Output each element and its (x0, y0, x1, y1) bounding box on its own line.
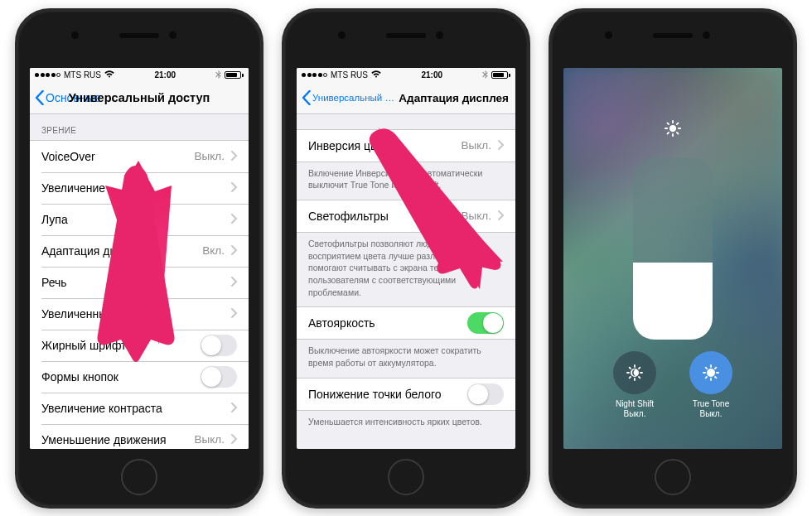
footer-white-point: Уменьшается интенсивность ярких цветов. (297, 411, 515, 436)
nav-bar: Основные Универсальный доступ (30, 83, 249, 114)
settings-content: Инверсия цвета Выкл. Включение Инверсии … (297, 114, 515, 449)
brightness-slider[interactable] (633, 157, 713, 340)
row-increase-contrast[interactable]: Увеличение контраста (30, 393, 249, 424)
svg-line-24 (706, 367, 707, 368)
footer-color-filters: Светофильтры позволяют людям с плохим во… (297, 233, 515, 306)
status-bar: MTS RUS 21:00 (297, 68, 515, 83)
signal-icon (302, 73, 327, 77)
phone-mockup-2: MTS RUS 21:00 Универсальный доступ Ада (282, 8, 530, 509)
list-vision: VoiceOver Выкл. Увеличение Лупа Адаптаци… (30, 140, 249, 449)
brightness-fill (633, 263, 713, 339)
svg-line-6 (667, 123, 669, 124)
true-tone-sub: Выкл. (700, 409, 723, 418)
home-button[interactable] (388, 459, 424, 495)
chevron-right-icon (491, 210, 504, 223)
screen-1: MTS RUS 21:00 Основные Универсальный д (30, 68, 249, 449)
group-header-vision: ЗРЕНИЕ (30, 114, 249, 140)
cc-buttons-row: Night Shift Выкл. True Tone Выкл. (563, 351, 782, 419)
clock: 21:00 (154, 70, 176, 80)
row-magnifier[interactable]: Лупа (30, 204, 249, 235)
list-invert: Инверсия цвета Выкл. (297, 129, 515, 162)
toggle-white-point[interactable] (467, 383, 504, 405)
list-auto-brightness: Автояркость (297, 306, 515, 340)
chevron-right-icon (491, 139, 504, 152)
speaker-grill (653, 33, 693, 38)
svg-line-27 (715, 367, 716, 368)
chevron-right-icon (225, 181, 237, 195)
signal-icon (35, 73, 60, 77)
list-white-point: Понижение точки белого (297, 378, 515, 411)
list-color-filters: Светофильтры Выкл. (297, 200, 515, 233)
carrier-label: MTS RUS (64, 70, 101, 80)
true-tone-button[interactable]: True Tone Выкл. (689, 351, 732, 419)
sensor-dot (169, 31, 176, 39)
footer-invert: Включение Инверсии цвета автоматически в… (297, 162, 515, 200)
chevron-right-icon (225, 276, 237, 289)
night-shift-button[interactable]: Night Shift Выкл. (613, 351, 656, 419)
bluetooth-icon (215, 70, 221, 80)
chevron-right-icon (225, 307, 237, 321)
back-button[interactable]: Основные (35, 90, 100, 105)
back-label: Универсальный доступ (312, 93, 395, 103)
svg-line-26 (706, 377, 707, 378)
row-button-shapes[interactable]: Формы кнопок (30, 361, 249, 393)
footer-auto-brightness: Выключение автояркости может сократить в… (297, 340, 515, 377)
row-zoom[interactable]: Увеличение (30, 172, 249, 204)
row-reduce-motion[interactable]: Уменьшение движения Выкл. (30, 424, 249, 449)
night-shift-sub: Выкл. (624, 409, 646, 418)
camera-dot (338, 31, 346, 39)
true-tone-title: True Tone (693, 399, 729, 408)
speaker-grill (119, 33, 159, 38)
row-voiceover[interactable]: VoiceOver Выкл. (30, 141, 249, 172)
svg-line-15 (630, 367, 631, 368)
back-label: Основные (46, 91, 100, 104)
battery-icon (491, 71, 510, 79)
back-button[interactable]: Универсальный доступ (302, 90, 395, 105)
row-bold-text[interactable]: Жирный шрифт (30, 330, 249, 361)
brightness-icon (664, 119, 682, 141)
phone-mockup-1: MTS RUS 21:00 Основные Универсальный д (15, 8, 263, 509)
toggle-bold-text[interactable] (201, 335, 237, 356)
home-button[interactable] (121, 459, 157, 495)
phone-mockup-3: Night Shift Выкл. True Tone Выкл. (549, 8, 797, 509)
nav-title: Адаптация дисплея (393, 92, 509, 104)
battery-icon (225, 71, 244, 79)
clock: 21:00 (421, 70, 442, 80)
speaker-grill (386, 33, 426, 38)
home-button[interactable] (655, 459, 691, 495)
svg-line-7 (677, 132, 679, 133)
screen-2: MTS RUS 21:00 Универсальный доступ Ада (297, 68, 515, 449)
chevron-right-icon (225, 150, 237, 163)
row-larger-text[interactable]: Увеличенный текст (30, 298, 249, 330)
wifi-icon (371, 70, 381, 80)
camera-dot (605, 31, 612, 39)
toggle-auto-brightness[interactable] (467, 312, 504, 334)
row-display-accommodations[interactable]: Адаптация дисплея Вкл. (30, 235, 249, 267)
wifi-icon (104, 70, 114, 80)
nav-bar: Универсальный доступ Адаптация дисплея (297, 83, 515, 114)
night-shift-title: Night Shift (616, 399, 654, 408)
svg-line-25 (715, 377, 716, 378)
status-bar: MTS RUS 21:00 (30, 68, 249, 83)
chevron-right-icon (225, 402, 237, 415)
svg-point-19 (707, 369, 715, 377)
svg-line-8 (667, 132, 669, 133)
sensor-dot (436, 31, 443, 39)
settings-content: ЗРЕНИЕ VoiceOver Выкл. Увеличение Лупа А… (30, 114, 249, 449)
row-auto-brightness[interactable]: Автояркость (297, 307, 515, 339)
chevron-right-icon (225, 244, 237, 258)
row-color-filters[interactable]: Светофильтры Выкл. (297, 200, 515, 232)
svg-point-1 (669, 124, 676, 131)
svg-line-17 (630, 377, 631, 378)
toggle-button-shapes[interactable] (201, 366, 237, 388)
row-invert-colors[interactable]: Инверсия цвета Выкл. (297, 130, 515, 162)
row-speech[interactable]: Речь (30, 267, 249, 298)
sensor-dot (703, 31, 710, 39)
chevron-right-icon (225, 433, 237, 446)
chevron-right-icon (225, 213, 237, 226)
svg-line-9 (677, 123, 679, 124)
row-white-point[interactable]: Понижение точки белого (297, 379, 515, 410)
svg-line-18 (639, 367, 640, 368)
camera-dot (71, 31, 79, 39)
bluetooth-icon (482, 70, 488, 80)
